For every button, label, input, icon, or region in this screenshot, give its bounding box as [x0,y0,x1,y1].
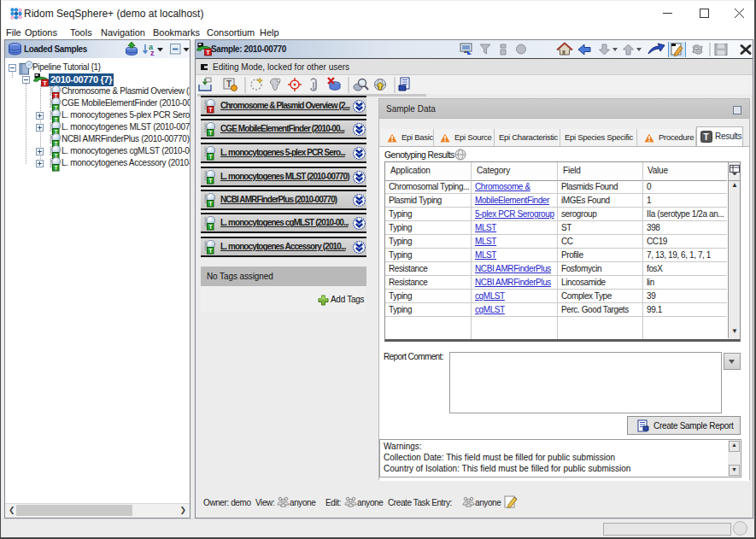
svg-text:T: T [208,224,212,230]
svg-text:T: T [54,165,57,171]
svg-text:T: T [43,79,47,87]
svg-text:T: T [206,49,210,56]
svg-text:T: T [208,130,212,136]
svg-text:z: z [150,49,155,56]
svg-text:T: T [208,154,212,160]
svg-text:T: T [208,178,212,184]
svg-text:T: T [704,132,709,142]
svg-text:T: T [208,248,212,254]
svg-text:T: T [208,107,212,113]
svg-text:T: T [208,201,212,207]
